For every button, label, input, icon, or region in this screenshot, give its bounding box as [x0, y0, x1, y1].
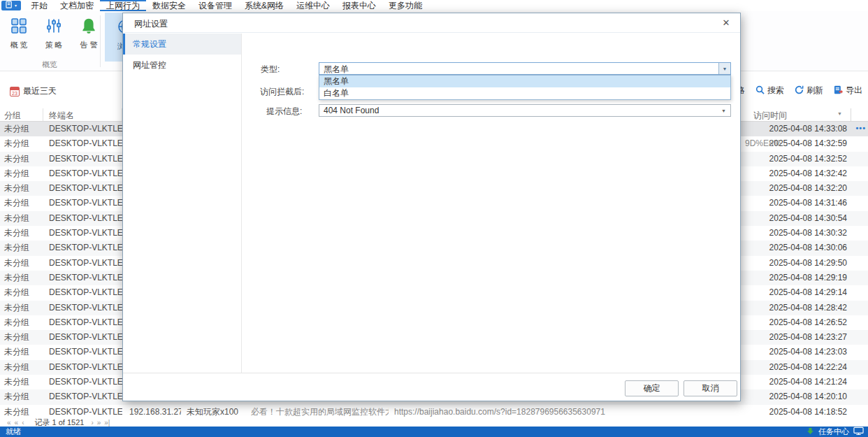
table-row[interactable]: 未分组DESKTOP-VLKTLE1192.168.31.27未知玩家x100必… [0, 405, 868, 420]
cell-time: 2025-04-08 14:30:32 [741, 226, 851, 241]
toolbar-action-4[interactable]: 导出 [834, 85, 862, 96]
dropdown-option-1[interactable]: 黑名单 [319, 76, 730, 87]
dialog-sidebar-item-2[interactable]: 网址管控 [123, 55, 241, 76]
toolbar-action-label: 刷新 [806, 85, 823, 96]
search-icon [755, 85, 765, 96]
close-icon[interactable]: ✕ [719, 17, 733, 29]
tip-label: 提示信息: [266, 106, 302, 117]
cell-actions [851, 315, 868, 330]
cell-time: 2025-04-08 14:32:52 [741, 152, 851, 166]
dropdown-option-2[interactable]: 白名单 [319, 87, 730, 99]
cell-time: 2025-04-08 14:33:08 [741, 122, 851, 136]
cell-terminal: DESKTOP-VLKTLE1 [43, 226, 122, 241]
app-menu-button[interactable]: ▾ [1, 1, 21, 10]
ribbon-tabs: 开始文档加密上网行为数据安全设备管理系统&网络运维中心报表中心更多功能 [24, 0, 428, 11]
tab-2[interactable]: 文档加密 [54, 0, 100, 11]
row-actions-dots-icon[interactable]: ••• [855, 121, 866, 136]
ribbon-button-1[interactable]: 概 览 [6, 15, 32, 50]
toolbar-action-2[interactable]: 搜索 [755, 85, 784, 96]
cell-url-tail: 9D%E8%... [745, 136, 788, 151]
cell-terminal: DESKTOP-VLKTLE1 [43, 241, 122, 255]
cell-terminal: DESKTOP-VLKTLE1 [43, 211, 122, 226]
cell-terminal: DESKTOP-VLKTLE1 [43, 389, 122, 404]
cell-terminal: DESKTOP-VLKTLE1 [43, 152, 122, 166]
cell-terminal: DESKTOP-VLKTLE1 [43, 360, 122, 375]
pagination-prev-icon-3[interactable]: ‹ [22, 419, 24, 427]
type-label: 类型: [261, 64, 280, 76]
cell-time: 2025-04-08 14:29:14 [741, 285, 851, 300]
refresh-icon [795, 85, 804, 96]
cell-group: 未分组 [0, 241, 43, 255]
cell-terminal: DESKTOP-VLKTLE1 [43, 330, 122, 345]
pagination-next-icon-1[interactable]: › [91, 419, 93, 427]
cell-group: 未分组 [0, 122, 43, 136]
toolbar-action-3[interactable]: 刷新 [795, 85, 823, 96]
cell-time: 2025-04-08 14:21:24 [741, 375, 851, 389]
chevron-down-icon: ▼ [721, 108, 726, 114]
ribbon-button-3[interactable]: 告 警 [75, 15, 102, 50]
type-dropdown-list: 黑名单白名单 [319, 75, 731, 100]
ribbon-button-2[interactable]: 策 略 [41, 15, 67, 50]
column-header-group[interactable]: 分组 [0, 108, 43, 121]
tab-9[interactable]: 更多功能 [382, 0, 428, 11]
cell-group: 未分组 [0, 211, 43, 226]
cell-time: 2025-04-08 14:28:42 [741, 301, 851, 315]
monitor-icon[interactable] [853, 427, 864, 437]
download-arrow-icon [806, 427, 814, 436]
type-select[interactable]: 黑名单 ▼ [319, 62, 731, 75]
date-range-filter[interactable]: 23 最近三天 [10, 85, 57, 97]
tab-4[interactable]: 数据安全 [146, 0, 192, 11]
cell-terminal: DESKTOP-VLKTLE1 [43, 136, 122, 151]
date-range-filter-label: 最近三天 [23, 85, 57, 97]
tab-8[interactable]: 报表中心 [336, 0, 382, 11]
filter-caret-icon[interactable]: ▼ [837, 111, 842, 116]
pagination-next-icon-2[interactable]: » [97, 419, 101, 427]
combo-dropdown-button[interactable]: ▼ [718, 63, 730, 74]
ribbon-button-label: 告 警 [80, 40, 97, 50]
pagination-next-icon-3[interactable]: »| [104, 419, 110, 427]
cell-actions [851, 285, 868, 300]
pagination-prev-group: ««‹ [7, 418, 27, 427]
cell-ip: 192.168.31.27 [122, 405, 181, 420]
ribbon-group-divider [100, 15, 101, 67]
cell-group: 未分组 [0, 136, 43, 151]
calendar-icon: 23 [10, 87, 20, 96]
ribbon-button-label: 策 略 [45, 40, 62, 50]
cell-actions [851, 152, 868, 166]
pagination-prev-icon-2[interactable]: « [15, 419, 19, 427]
toolbar-action-label: 搜索 [767, 85, 784, 96]
cell-group: 未分组 [0, 301, 43, 315]
cell-group: 未分组 [0, 196, 43, 210]
ok-button[interactable]: 确定 [625, 380, 679, 396]
cell-group: 未分组 [0, 330, 43, 345]
cell-group: 未分组 [0, 375, 43, 389]
tip-select-value: 404 Not Found [324, 106, 379, 115]
cell-terminal: DESKTOP-VLKTLE1 [43, 271, 122, 285]
cell-time: 2025-04-08 14:32:42 [741, 166, 851, 181]
cell-group: 未分组 [0, 226, 43, 241]
tab-6[interactable]: 系统&网络 [238, 0, 290, 11]
chevron-down-icon: ▼ [723, 66, 728, 71]
task-center-button[interactable]: 任务中心 [818, 427, 849, 437]
cell-time: 2025-04-08 14:18:52 [741, 405, 851, 420]
column-header-time[interactable]: 访问时间 ▼ [741, 108, 851, 121]
tab-3[interactable]: 上网行为 [100, 0, 146, 11]
pagination-prev-icon-1[interactable]: « [7, 419, 11, 427]
cell-time: 2025-04-08 14:22:24 [741, 360, 851, 375]
cell-time: 2025-04-08 14:23:27 [741, 330, 851, 345]
tab-5[interactable]: 设备管理 [192, 0, 238, 11]
ribbon-group-label: 概览 [0, 59, 99, 70]
cell-user: 未知玩家x100 [181, 405, 245, 420]
cell-group: 未分组 [0, 360, 43, 375]
tab-7[interactable]: 运维中心 [290, 0, 336, 11]
sliders-icon [45, 17, 62, 36]
cell-time: 2025-04-08 14:20:10 [741, 389, 851, 404]
cancel-button[interactable]: 取消 [683, 380, 737, 396]
cell-group: 未分组 [0, 315, 43, 330]
tip-select[interactable]: 404 Not Found ▼ [319, 104, 731, 117]
cell-group: 未分组 [0, 345, 43, 359]
tab-1[interactable]: 开始 [24, 0, 54, 11]
cell-group: 未分组 [0, 181, 43, 196]
column-header-terminal[interactable]: 终端名 [43, 108, 122, 121]
dialog-sidebar-item-1[interactable]: 常规设置 [123, 34, 241, 55]
